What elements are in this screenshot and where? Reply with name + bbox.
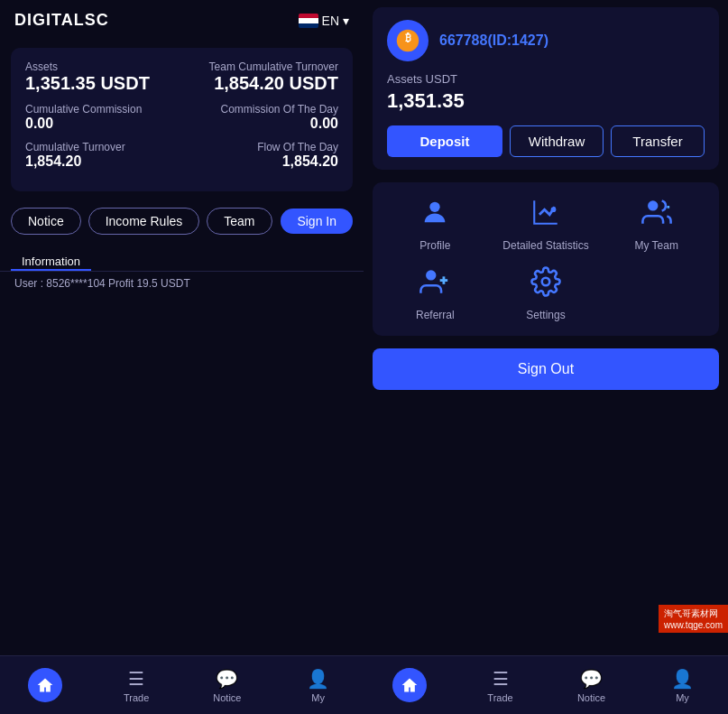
statistics-label: Detailed Statistics (502, 239, 588, 252)
chevron-down-icon: ▾ (343, 14, 349, 28)
lang-label: EN (322, 14, 339, 28)
commission-day-label: Commission Of The Day (182, 103, 339, 116)
notice-label: Notice (213, 692, 241, 703)
menu-grid: Profile Detailed Statistics (373, 182, 719, 336)
profile-label: Profile (419, 239, 450, 252)
settings-label: Settings (526, 309, 565, 321)
svg-point-2 (430, 202, 440, 212)
cum-turnover-value: 1,854.20 (25, 153, 182, 170)
lang-selector[interactable]: EN ▾ (299, 14, 349, 28)
marquee-text: User : 8526****104 Profit 19.5 USDT (0, 272, 364, 297)
user-assets-label: Assets USDT (387, 72, 705, 86)
info-bar: Information (0, 244, 364, 272)
nav-notice[interactable]: 💬 Notice (182, 656, 273, 714)
user-avatar: ₿ (387, 20, 429, 61)
signin-button[interactable]: Sign In (281, 209, 353, 234)
signout-button[interactable]: Sign Out (373, 348, 719, 390)
right-trade-label: Trade (487, 692, 512, 703)
right-nav-trade[interactable]: ☰ Trade (455, 656, 546, 714)
button-row: Notice Income Rules Team Sign In (0, 199, 364, 244)
svg-point-5 (426, 270, 436, 280)
my-label: My (311, 692, 325, 703)
menu-referral[interactable]: Referral (380, 266, 491, 321)
action-buttons: Deposit Withdraw Transfer (387, 125, 705, 157)
nav-home[interactable] (0, 656, 91, 714)
right-my-icon: 👤 (671, 668, 694, 690)
right-home-icon (392, 668, 427, 702)
svg-text:₿: ₿ (405, 32, 411, 44)
flag-icon (299, 14, 318, 28)
user-card: ₿ 667788(ID:1427) Assets USDT 1,351.35 D… (373, 7, 719, 170)
cum-commission-label: Cumulative Commission (25, 103, 182, 116)
menu-team[interactable]: My Team (601, 197, 712, 252)
trade-icon: ☰ (128, 668, 144, 690)
home-icon (28, 668, 62, 702)
user-assets-value: 1,351.35 (387, 89, 705, 113)
my-icon: 👤 (307, 668, 329, 690)
referral-icon (419, 266, 450, 303)
statistics-icon (530, 197, 561, 234)
nav-trade[interactable]: ☰ Trade (91, 656, 182, 714)
menu-settings[interactable]: Settings (491, 266, 602, 321)
team-icon (641, 197, 672, 234)
info-tab[interactable]: Information (11, 249, 91, 271)
nav-my[interactable]: 👤 My (272, 656, 364, 714)
right-trade-icon: ☰ (493, 668, 509, 690)
info-tab-label: Information (22, 255, 80, 268)
flow-day-label: Flow Of The Day (182, 141, 339, 153)
menu-profile[interactable]: Profile (380, 197, 491, 252)
right-nav-my[interactable]: 👤 My (637, 656, 728, 714)
deposit-button[interactable]: Deposit (387, 125, 502, 157)
left-panel: DIGITALSC EN ▾ Assets 1,351.35 USDT Team… (0, 0, 364, 714)
right-nav-notice[interactable]: 💬 Notice (546, 656, 637, 714)
signout-section: Sign Out (373, 348, 719, 390)
right-notice-label: Notice (577, 692, 605, 703)
referral-label: Referral (416, 309, 455, 321)
notice-icon: 💬 (216, 668, 238, 690)
right-nav-home[interactable] (364, 656, 455, 714)
notice-button[interactable]: Notice (11, 208, 81, 235)
trade-label: Trade (124, 692, 149, 703)
right-my-label: My (676, 692, 689, 703)
team-turnover-value: 1,854.20 USDT (182, 73, 339, 94)
right-notice-icon: 💬 (580, 668, 603, 690)
assets-label: Assets (25, 60, 182, 73)
flow-day-value: 1,854.20 (182, 153, 339, 170)
profile-icon (419, 197, 450, 234)
team-button[interactable]: Team (207, 208, 272, 235)
svg-point-4 (648, 200, 658, 210)
team-turnover-label: Team Cumulative Turnover (182, 60, 339, 73)
assets-card: Assets 1,351.35 USDT Team Cumulative Tur… (11, 48, 353, 191)
left-bottom-nav: ☰ Trade 💬 Notice 👤 My (0, 655, 364, 714)
transfer-button[interactable]: Transfer (611, 125, 705, 157)
user-header: ₿ 667788(ID:1427) (387, 20, 705, 61)
cum-turnover-label: Cumulative Turnover (25, 141, 182, 153)
income-rules-button[interactable]: Income Rules (88, 208, 200, 235)
header: DIGITALSC EN ▾ (0, 0, 364, 41)
withdraw-button[interactable]: Withdraw (510, 125, 604, 157)
menu-statistics[interactable]: Detailed Statistics (491, 197, 602, 252)
svg-point-3 (551, 207, 557, 212)
logo: DIGITALSC (14, 11, 109, 30)
commission-day-value: 0.00 (182, 116, 339, 132)
team-label: My Team (634, 239, 677, 252)
cum-commission-value: 0.00 (25, 116, 182, 132)
assets-value: 1,351.35 USDT (25, 73, 182, 94)
svg-point-8 (542, 278, 550, 286)
settings-icon (530, 266, 561, 303)
watermark: 淘气哥素材网www.tqge.com (659, 605, 728, 633)
right-bottom-nav: ☰ Trade 💬 Notice 👤 My (364, 655, 728, 714)
user-id: 667788(ID:1427) (439, 32, 548, 49)
